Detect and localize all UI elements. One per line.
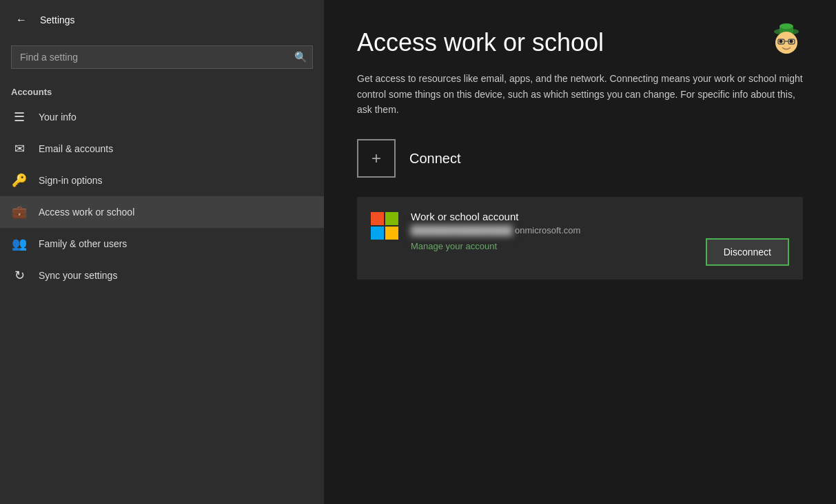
- your-info-icon: ☰: [11, 109, 28, 125]
- sidebar-item-your-info[interactable]: ☰ Your info: [0, 101, 324, 133]
- account-email: ████████████████ onmicrosoft.com: [411, 225, 786, 235]
- sidebar-item-label-sign-in: Sign-in options: [39, 175, 103, 186]
- svg-point-3: [775, 32, 797, 54]
- manage-account-link[interactable]: Manage your account: [411, 241, 497, 251]
- sidebar-item-label-sync: Sync your settings: [39, 270, 117, 281]
- sign-in-icon: 🔑: [11, 173, 28, 188]
- main-content: Access work or school Get access to reso…: [324, 0, 836, 504]
- sidebar-item-sync-settings[interactable]: ↻ Sync your settings: [0, 260, 324, 291]
- connect-button[interactable]: +: [357, 139, 396, 178]
- disconnect-button[interactable]: Disconnect: [706, 238, 789, 266]
- sidebar-item-sign-in-options[interactable]: 🔑 Sign-in options: [0, 165, 324, 196]
- ms-logo-yellow: [385, 227, 398, 240]
- sidebar-item-email-accounts[interactable]: ✉ Email & accounts: [0, 133, 324, 165]
- sidebar-item-access-work-school[interactable]: 💼 Access work or school: [0, 196, 324, 228]
- connect-area: + Connect: [357, 139, 803, 178]
- sidebar-header: ← Settings: [0, 0, 324, 40]
- page-title: Access work or school: [357, 28, 803, 57]
- sidebar-item-family-other-users[interactable]: 👥 Family & other users: [0, 228, 324, 260]
- email-accounts-icon: ✉: [11, 141, 28, 156]
- sidebar-item-label-family: Family & other users: [39, 238, 127, 249]
- ms-logo-blue: [371, 227, 384, 240]
- ms-logo-green: [385, 212, 398, 225]
- email-blurred: ████████████████: [411, 225, 512, 235]
- sidebar-item-label-email-accounts: Email & accounts: [39, 143, 113, 154]
- microsoft-logo: [371, 212, 398, 240]
- email-domain: onmicrosoft.com: [515, 225, 580, 235]
- page-description: Get access to resources like email, apps…: [357, 71, 803, 117]
- search-input[interactable]: [11, 45, 313, 69]
- svg-point-2: [779, 23, 793, 29]
- ms-logo-red: [371, 212, 384, 225]
- account-card: Work or school account ████████████████ …: [357, 197, 803, 280]
- connect-plus-icon: +: [371, 149, 381, 168]
- account-type-label: Work or school account: [411, 211, 786, 222]
- sidebar-title: Settings: [40, 14, 75, 25]
- svg-point-7: [779, 40, 783, 43]
- sidebar: ← Settings 🔍 Accounts ☰ Your info ✉ Emai…: [0, 0, 324, 504]
- connect-label: Connect: [409, 151, 461, 167]
- svg-point-8: [790, 40, 793, 43]
- search-icon[interactable]: 🔍: [294, 51, 307, 63]
- back-button[interactable]: ←: [11, 10, 32, 30]
- sync-icon: ↻: [11, 268, 28, 283]
- accounts-section-label: Accounts: [0, 80, 324, 101]
- family-users-icon: 👥: [11, 236, 28, 251]
- access-work-icon: 💼: [11, 204, 28, 220]
- mascot-avatar: [764, 21, 808, 65]
- search-container: 🔍: [11, 45, 313, 69]
- sidebar-item-label-your-info: Your info: [39, 112, 77, 123]
- sidebar-item-label-access-work: Access work or school: [39, 207, 134, 218]
